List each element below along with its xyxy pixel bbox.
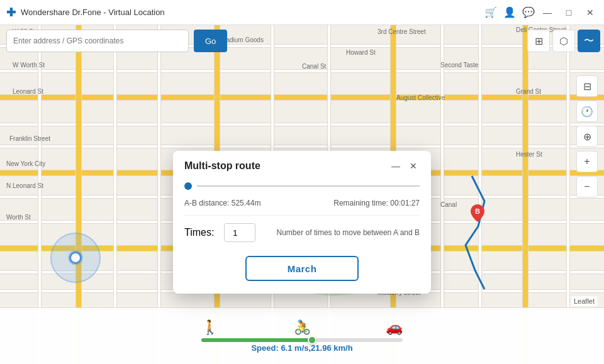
title-bar: ✚ Wondershare Dr.Fone - Virtual Location… <box>0 0 604 25</box>
speed-icon-row: 🚶 🚴 🚗 <box>201 319 403 336</box>
dialog-close-btn[interactable]: ✕ <box>407 160 420 172</box>
layers-btn[interactable]: ⊟ <box>576 75 598 97</box>
map-right-tools: ⊞ ⬡ 〜 <box>523 25 604 57</box>
route-tool-btn[interactable]: 〜 <box>578 30 600 52</box>
multi-stop-dialog[interactable]: Multi-stop route — ✕ A-B distance: 525.4… <box>173 151 431 294</box>
pin-dot <box>184 182 192 190</box>
speed-value: 6.1 m/s,21.96 km/h <box>281 343 352 353</box>
zoom-out-btn[interactable]: − <box>576 176 598 197</box>
clock-btn[interactable]: 🕐 <box>576 101 598 122</box>
go-button[interactable]: Go <box>194 30 227 52</box>
speed-slider[interactable] <box>201 338 403 342</box>
grid-tool-btn[interactable]: ⊞ <box>527 30 550 52</box>
march-button[interactable]: March <box>245 256 359 281</box>
map-toolbar: Go ⊞ ⬡ 〜 <box>0 25 604 57</box>
speed-slider-fill <box>201 338 312 342</box>
location-circle <box>50 233 101 283</box>
app-logo: ✚ <box>6 6 16 19</box>
speed-slider-thumb[interactable] <box>308 336 316 345</box>
app-title: Wondershare Dr.Fone - Virtual Location <box>21 8 482 17</box>
map-container: B W 20 St W Worth St Leonard St Franklin… <box>0 25 604 364</box>
walk-icon: 🚶 <box>201 319 218 336</box>
leaflet-badge: Leaflet <box>571 296 598 306</box>
dialog-controls: — ✕ <box>389 160 420 172</box>
minimize-btn[interactable]: — <box>539 4 556 21</box>
marker-b: B <box>471 204 484 224</box>
maximize-btn[interactable]: □ <box>560 4 578 21</box>
distance-row: A-B distance: 525.44m Remaining time: 00… <box>184 196 420 216</box>
times-input[interactable] <box>224 223 255 242</box>
gps-btn[interactable]: ⊕ <box>576 126 598 147</box>
march-btn-container: March <box>184 250 420 281</box>
user-icon[interactable]: 👤 <box>501 4 518 21</box>
route-pin-line <box>184 179 420 196</box>
dialog-body: A-B distance: 525.44m Remaining time: 00… <box>173 179 431 281</box>
distance-label: A-B distance: 525.44m <box>184 199 260 207</box>
chat-icon[interactable]: 💬 <box>520 4 537 21</box>
right-controls: ⊟ 🕐 ⊕ + − <box>576 75 598 197</box>
zoom-in-btn[interactable]: + <box>576 151 598 172</box>
speed-bar: 🚶 🚴 🚗 Speed: 6.1 m/s,21.96 km/h <box>0 307 604 364</box>
times-note: Number of times to move between A and B <box>266 228 420 237</box>
cart-icon[interactable]: 🛒 <box>482 4 500 21</box>
speed-label: Speed: 6.1 m/s,21.96 km/h <box>251 343 352 353</box>
dialog-minimize-btn[interactable]: — <box>389 160 402 172</box>
times-row: Times: Number of times to move between A… <box>184 216 420 250</box>
svg-text:B: B <box>475 207 480 215</box>
link-tool-btn[interactable]: ⬡ <box>552 30 575 52</box>
speed-text: Speed: <box>251 343 278 353</box>
car-icon: 🚗 <box>386 319 403 336</box>
search-input[interactable] <box>13 36 182 45</box>
dialog-header: Multi-stop route — ✕ <box>173 151 431 179</box>
remaining-label: Remaining time: 00:01:27 <box>333 199 420 207</box>
speed-bar-wrapper: 🚶 🚴 🚗 Speed: 6.1 m/s,21.96 km/h <box>201 319 403 353</box>
window-controls: — □ ✕ <box>539 4 599 21</box>
pin-line-bar <box>197 185 420 187</box>
close-btn[interactable]: ✕ <box>581 4 599 21</box>
dialog-title: Multi-stop route <box>184 160 260 172</box>
search-bar[interactable] <box>6 30 189 52</box>
bike-icon: 🚴 <box>294 319 311 336</box>
times-label: Times: <box>184 227 214 238</box>
